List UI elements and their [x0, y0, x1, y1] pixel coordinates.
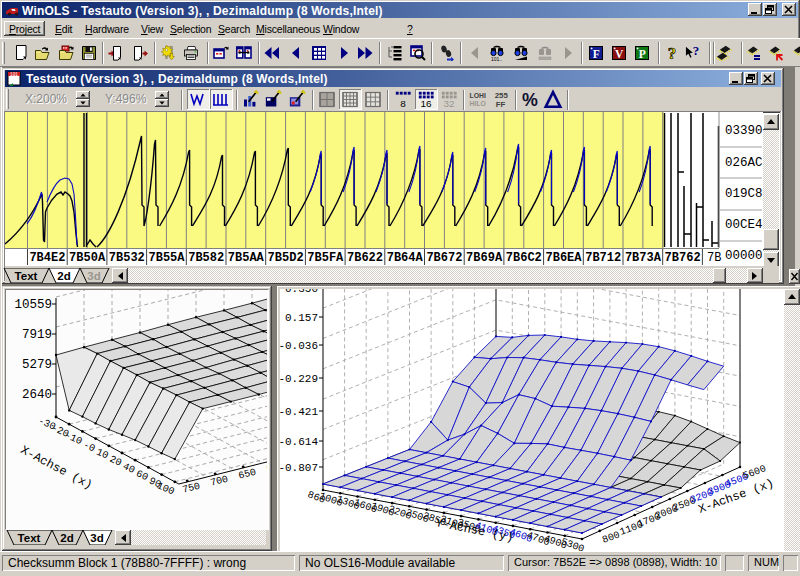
svg-text:10559: 10559 — [14, 298, 52, 312]
svg-text:101..: 101.. — [491, 56, 502, 62]
svg-text:-0.421: -0.421 — [280, 406, 318, 418]
svg-text:-0.036: -0.036 — [280, 340, 318, 352]
svg-text:03390: 03390 — [725, 124, 763, 138]
svg-text:5279: 5279 — [22, 358, 52, 372]
svg-text:7B672: 7B672 — [426, 251, 462, 265]
svg-text:7B64A: 7B64A — [387, 251, 424, 265]
svg-text:7B6EA: 7B6EA — [545, 251, 582, 265]
svg-text:00CE4: 00CE4 — [725, 218, 763, 232]
svg-text:8: 8 — [400, 98, 406, 109]
svg-text:2d: 2d — [60, 532, 73, 544]
svg-text:7B622: 7B622 — [347, 251, 383, 265]
svg-text:3d: 3d — [90, 532, 103, 544]
svg-text:00000: 00000 — [725, 249, 763, 263]
svg-text:?: ? — [693, 45, 700, 58]
svg-text:7B: 7B — [707, 251, 721, 265]
svg-text:7B532: 7B532 — [109, 251, 145, 265]
svg-text:7B582: 7B582 — [188, 251, 224, 265]
svg-text:0.157: 0.157 — [285, 312, 318, 324]
svg-text:HILO: HILO — [470, 100, 487, 107]
svg-text:7B712: 7B712 — [585, 251, 621, 265]
svg-text:-0.807: -0.807 — [280, 462, 318, 474]
svg-text:2d: 2d — [57, 270, 70, 282]
svg-text:F: F — [593, 48, 600, 60]
svg-text:-0.614: -0.614 — [280, 436, 318, 448]
svg-text:7919: 7919 — [22, 328, 52, 342]
svg-text:7B5D2: 7B5D2 — [268, 251, 304, 265]
svg-text:2640: 2640 — [22, 388, 52, 402]
svg-text:7B5FA: 7B5FA — [307, 251, 344, 265]
svg-text:-0.229: -0.229 — [280, 373, 318, 385]
svg-text:7B5AA: 7B5AA — [228, 251, 265, 265]
svg-text:%: % — [522, 90, 538, 110]
svg-text:V: V — [615, 48, 624, 60]
svg-text:7B762: 7B762 — [665, 251, 701, 265]
svg-text:LOHI: LOHI — [470, 92, 486, 99]
svg-text:7B73A: 7B73A — [625, 251, 662, 265]
svg-text:3d: 3d — [87, 270, 100, 282]
svg-text:7B4E2: 7B4E2 — [29, 251, 65, 265]
svg-text:P: P — [639, 48, 646, 60]
svg-text:?: ? — [668, 45, 677, 61]
svg-text:7B69A: 7B69A — [466, 251, 503, 265]
svg-text:Text: Text — [18, 532, 41, 544]
svg-text:019C8: 019C8 — [725, 187, 763, 201]
svg-text:026AC: 026AC — [725, 156, 763, 170]
svg-text:101: 101 — [10, 72, 18, 77]
svg-text:0.350: 0.350 — [285, 289, 318, 295]
svg-text:7B55A: 7B55A — [148, 251, 185, 265]
svg-text:7B50A: 7B50A — [69, 251, 106, 265]
svg-text:32: 32 — [443, 98, 455, 109]
svg-text:16: 16 — [420, 98, 432, 109]
svg-text:7B6C2: 7B6C2 — [506, 251, 542, 265]
svg-text:Text: Text — [15, 270, 38, 282]
svg-text:FF: FF — [496, 100, 506, 109]
